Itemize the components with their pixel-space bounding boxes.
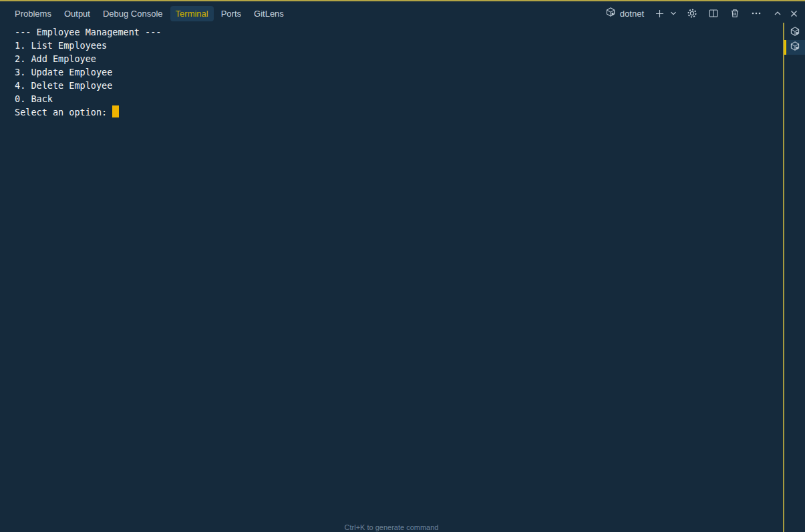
terminal-line: 4. Delete Employee xyxy=(15,79,783,92)
terminal-line: 2. Add Employee xyxy=(15,52,783,65)
new-terminal-plus-icon xyxy=(655,9,665,19)
terminal-line: 3. Update Employee xyxy=(15,65,783,79)
tab-gitlens[interactable]: GitLens xyxy=(249,6,289,21)
new-terminal-button[interactable] xyxy=(652,6,667,21)
profiles-chevron-down-icon xyxy=(670,10,677,17)
terminal-cursor xyxy=(112,105,119,117)
terminal-settings-button[interactable] xyxy=(685,6,699,21)
terminal-list-resize-sash[interactable] xyxy=(783,23,784,532)
terminal-list-item[interactable] xyxy=(784,40,805,55)
panel-tab-bar: Problems Output Debug Console Terminal P… xyxy=(0,1,805,25)
terminal-line: 0. Back xyxy=(15,92,783,105)
maximize-panel-chevron-up-icon xyxy=(774,9,782,17)
active-terminal-profile: dotnet xyxy=(605,7,644,20)
tab-output[interactable]: Output xyxy=(59,6,96,21)
panel-tabs: Problems Output Debug Console Terminal P… xyxy=(9,6,289,21)
tab-debug-console[interactable]: Debug Console xyxy=(98,6,168,21)
active-terminal-label: dotnet xyxy=(620,9,644,19)
terminal-line: 1. List Employees xyxy=(15,39,783,52)
close-panel-button[interactable] xyxy=(786,6,801,21)
close-panel-x-icon xyxy=(790,9,798,18)
kill-terminal-button[interactable] xyxy=(728,6,742,21)
split-terminal-icon xyxy=(708,8,719,19)
maximize-panel-button[interactable] xyxy=(770,6,785,21)
terminal-list-item[interactable] xyxy=(784,25,805,40)
tab-ports[interactable]: Ports xyxy=(216,6,247,21)
tab-terminal[interactable]: Terminal xyxy=(170,6,214,21)
terminal-profiles-button[interactable] xyxy=(668,6,678,21)
terminal-prompt-text: Select an option: xyxy=(15,107,112,117)
more-actions-ellipsis-icon xyxy=(751,8,762,19)
split-terminal-button[interactable] xyxy=(706,6,721,21)
settings-gear-icon xyxy=(687,8,697,19)
more-actions-button[interactable] xyxy=(749,6,764,21)
terminal-prompt-line: Select an option: xyxy=(15,105,783,119)
terminal-tabs-list xyxy=(783,25,805,532)
dotnet-cube-icon xyxy=(605,7,616,20)
terminal-output-area[interactable]: --- Employee Management --- 1. List Empl… xyxy=(0,25,783,532)
dotnet-cube-icon xyxy=(790,26,800,39)
dotnet-cube-icon xyxy=(790,41,800,54)
kill-terminal-trash-icon xyxy=(730,8,740,19)
tab-problems[interactable]: Problems xyxy=(9,6,57,21)
terminal-line: --- Employee Management --- xyxy=(15,25,783,39)
terminal-actions: dotnet xyxy=(605,6,801,21)
